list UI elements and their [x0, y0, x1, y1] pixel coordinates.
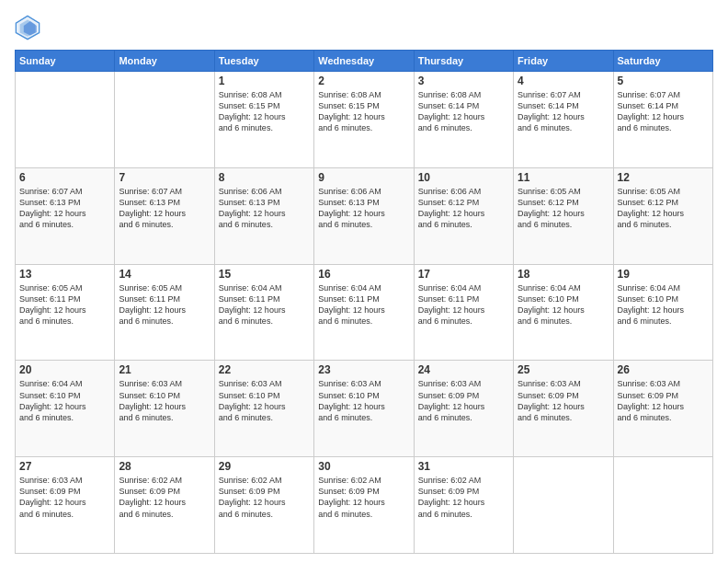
- page: SundayMondayTuesdayWednesdayThursdayFrid…: [0, 0, 728, 563]
- calendar-cell: 2Sunrise: 6:08 AM Sunset: 6:15 PM Daylig…: [314, 72, 414, 168]
- calendar-cell: 5Sunrise: 6:07 AM Sunset: 6:14 PM Daylig…: [613, 72, 712, 168]
- day-number: 27: [19, 460, 110, 473]
- day-number: 10: [418, 171, 509, 184]
- day-header-monday: Monday: [115, 51, 214, 72]
- logo: [15, 15, 44, 40]
- day-number: 8: [219, 171, 310, 184]
- day-header-wednesday: Wednesday: [314, 51, 414, 72]
- calendar-cell: 8Sunrise: 6:06 AM Sunset: 6:13 PM Daylig…: [214, 167, 313, 264]
- day-info: Sunrise: 6:05 AM Sunset: 6:12 PM Dayligh…: [618, 186, 709, 231]
- calendar-cell: 13Sunrise: 6:05 AM Sunset: 6:11 PM Dayli…: [16, 264, 115, 361]
- calendar-header: SundayMondayTuesdayWednesdayThursdayFrid…: [16, 51, 713, 72]
- day-info: Sunrise: 6:03 AM Sunset: 6:09 PM Dayligh…: [518, 378, 609, 423]
- calendar-cell: 31Sunrise: 6:02 AM Sunset: 6:09 PM Dayli…: [414, 457, 513, 554]
- calendar: SundayMondayTuesdayWednesdayThursdayFrid…: [15, 50, 713, 554]
- day-number: 20: [19, 363, 110, 376]
- day-number: 25: [518, 363, 609, 376]
- day-number: 30: [318, 460, 409, 473]
- day-info: Sunrise: 6:03 AM Sunset: 6:10 PM Dayligh…: [219, 378, 310, 423]
- day-info: Sunrise: 6:04 AM Sunset: 6:11 PM Dayligh…: [418, 282, 509, 327]
- calendar-cell: 14Sunrise: 6:05 AM Sunset: 6:11 PM Dayli…: [115, 264, 214, 361]
- day-number: 29: [219, 460, 310, 473]
- day-info: Sunrise: 6:07 AM Sunset: 6:13 PM Dayligh…: [19, 186, 110, 231]
- day-number: 24: [418, 363, 509, 376]
- day-info: Sunrise: 6:04 AM Sunset: 6:11 PM Dayligh…: [219, 282, 310, 327]
- calendar-cell: 15Sunrise: 6:04 AM Sunset: 6:11 PM Dayli…: [214, 264, 313, 361]
- day-info: Sunrise: 6:08 AM Sunset: 6:15 PM Dayligh…: [219, 89, 310, 134]
- day-header-saturday: Saturday: [613, 51, 712, 72]
- day-info: Sunrise: 6:03 AM Sunset: 6:09 PM Dayligh…: [618, 378, 709, 423]
- day-info: Sunrise: 6:05 AM Sunset: 6:11 PM Dayligh…: [119, 282, 210, 327]
- week-row-4: 27Sunrise: 6:03 AM Sunset: 6:09 PM Dayli…: [16, 457, 713, 554]
- week-row-3: 20Sunrise: 6:04 AM Sunset: 6:10 PM Dayli…: [16, 361, 713, 457]
- day-info: Sunrise: 6:02 AM Sunset: 6:09 PM Dayligh…: [318, 475, 409, 520]
- day-number: 23: [318, 363, 409, 376]
- calendar-cell: [16, 72, 115, 168]
- day-number: 26: [618, 363, 709, 376]
- day-number: 31: [418, 460, 509, 473]
- day-header-friday: Friday: [514, 51, 613, 72]
- day-info: Sunrise: 6:03 AM Sunset: 6:10 PM Dayligh…: [318, 378, 409, 423]
- calendar-cell: [613, 457, 712, 554]
- calendar-cell: 18Sunrise: 6:04 AM Sunset: 6:10 PM Dayli…: [514, 264, 613, 361]
- day-info: Sunrise: 6:07 AM Sunset: 6:14 PM Dayligh…: [618, 89, 709, 134]
- day-info: Sunrise: 6:06 AM Sunset: 6:13 PM Dayligh…: [318, 186, 409, 231]
- day-info: Sunrise: 6:05 AM Sunset: 6:11 PM Dayligh…: [19, 282, 110, 327]
- calendar-cell: 16Sunrise: 6:04 AM Sunset: 6:11 PM Dayli…: [314, 264, 414, 361]
- calendar-cell: 26Sunrise: 6:03 AM Sunset: 6:09 PM Dayli…: [613, 361, 712, 457]
- day-header-thursday: Thursday: [414, 51, 513, 72]
- calendar-cell: 28Sunrise: 6:02 AM Sunset: 6:09 PM Dayli…: [115, 457, 214, 554]
- day-number: 9: [318, 171, 409, 184]
- calendar-cell: 1Sunrise: 6:08 AM Sunset: 6:15 PM Daylig…: [214, 72, 313, 168]
- calendar-cell: 25Sunrise: 6:03 AM Sunset: 6:09 PM Dayli…: [514, 361, 613, 457]
- calendar-cell: [514, 457, 613, 554]
- calendar-cell: 23Sunrise: 6:03 AM Sunset: 6:10 PM Dayli…: [314, 361, 414, 457]
- day-number: 5: [618, 75, 709, 87]
- day-number: 17: [418, 268, 509, 281]
- day-info: Sunrise: 6:07 AM Sunset: 6:13 PM Dayligh…: [119, 186, 210, 231]
- day-info: Sunrise: 6:04 AM Sunset: 6:10 PM Dayligh…: [19, 378, 110, 423]
- day-info: Sunrise: 6:03 AM Sunset: 6:09 PM Dayligh…: [418, 378, 509, 423]
- calendar-cell: 3Sunrise: 6:08 AM Sunset: 6:14 PM Daylig…: [414, 72, 513, 168]
- day-info: Sunrise: 6:04 AM Sunset: 6:10 PM Dayligh…: [618, 282, 709, 327]
- week-row-1: 6Sunrise: 6:07 AM Sunset: 6:13 PM Daylig…: [16, 167, 713, 264]
- day-number: 22: [219, 363, 310, 376]
- day-info: Sunrise: 6:04 AM Sunset: 6:10 PM Dayligh…: [518, 282, 609, 327]
- calendar-cell: 30Sunrise: 6:02 AM Sunset: 6:09 PM Dayli…: [314, 457, 414, 554]
- day-number: 3: [418, 75, 509, 87]
- day-number: 1: [219, 75, 310, 87]
- calendar-cell: 10Sunrise: 6:06 AM Sunset: 6:12 PM Dayli…: [414, 167, 513, 264]
- day-info: Sunrise: 6:07 AM Sunset: 6:14 PM Dayligh…: [518, 89, 609, 134]
- day-info: Sunrise: 6:02 AM Sunset: 6:09 PM Dayligh…: [219, 475, 310, 520]
- calendar-cell: 4Sunrise: 6:07 AM Sunset: 6:14 PM Daylig…: [514, 72, 613, 168]
- day-number: 12: [618, 171, 709, 184]
- calendar-body: 1Sunrise: 6:08 AM Sunset: 6:15 PM Daylig…: [16, 72, 713, 554]
- day-number: 15: [219, 268, 310, 281]
- calendar-cell: 9Sunrise: 6:06 AM Sunset: 6:13 PM Daylig…: [314, 167, 414, 264]
- day-info: Sunrise: 6:03 AM Sunset: 6:09 PM Dayligh…: [19, 475, 110, 520]
- calendar-cell: [115, 72, 214, 168]
- calendar-cell: 21Sunrise: 6:03 AM Sunset: 6:10 PM Dayli…: [115, 361, 214, 457]
- header: [15, 15, 713, 40]
- week-row-2: 13Sunrise: 6:05 AM Sunset: 6:11 PM Dayli…: [16, 264, 713, 361]
- calendar-cell: 22Sunrise: 6:03 AM Sunset: 6:10 PM Dayli…: [214, 361, 313, 457]
- calendar-cell: 27Sunrise: 6:03 AM Sunset: 6:09 PM Dayli…: [16, 457, 115, 554]
- calendar-cell: 20Sunrise: 6:04 AM Sunset: 6:10 PM Dayli…: [16, 361, 115, 457]
- logo-icon: [15, 15, 40, 40]
- day-number: 6: [19, 171, 110, 184]
- day-info: Sunrise: 6:02 AM Sunset: 6:09 PM Dayligh…: [418, 475, 509, 520]
- calendar-cell: 29Sunrise: 6:02 AM Sunset: 6:09 PM Dayli…: [214, 457, 313, 554]
- day-number: 14: [119, 268, 210, 281]
- day-info: Sunrise: 6:06 AM Sunset: 6:13 PM Dayligh…: [219, 186, 310, 231]
- calendar-cell: 19Sunrise: 6:04 AM Sunset: 6:10 PM Dayli…: [613, 264, 712, 361]
- day-number: 13: [19, 268, 110, 281]
- day-header-tuesday: Tuesday: [214, 51, 313, 72]
- day-header-sunday: Sunday: [16, 51, 115, 72]
- calendar-cell: 7Sunrise: 6:07 AM Sunset: 6:13 PM Daylig…: [115, 167, 214, 264]
- calendar-cell: 17Sunrise: 6:04 AM Sunset: 6:11 PM Dayli…: [414, 264, 513, 361]
- calendar-cell: 12Sunrise: 6:05 AM Sunset: 6:12 PM Dayli…: [613, 167, 712, 264]
- day-number: 7: [119, 171, 210, 184]
- calendar-cell: 24Sunrise: 6:03 AM Sunset: 6:09 PM Dayli…: [414, 361, 513, 457]
- day-number: 11: [518, 171, 609, 184]
- week-row-0: 1Sunrise: 6:08 AM Sunset: 6:15 PM Daylig…: [16, 72, 713, 168]
